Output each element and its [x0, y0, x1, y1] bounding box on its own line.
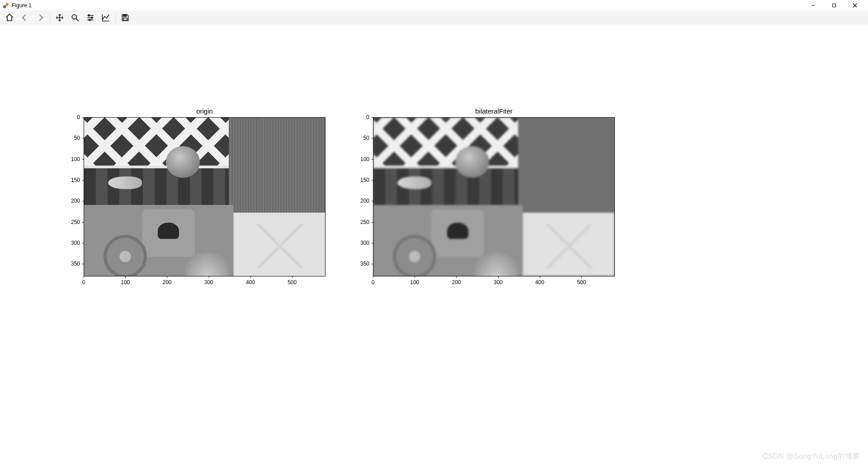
svg-rect-14: [123, 14, 127, 16]
x-tick-label: 0: [82, 276, 85, 285]
y-tick-label: 250: [360, 219, 373, 225]
home-icon[interactable]: [4, 12, 15, 24]
figure-canvas[interactable]: origin 050100150200250300350010020030040…: [0, 24, 868, 466]
x-tick-label: 200: [162, 276, 171, 285]
window-minimize-button[interactable]: [803, 0, 824, 11]
edit-axes-icon[interactable]: [100, 12, 112, 24]
y-tick-label: 100: [360, 156, 373, 162]
x-tick-label: 500: [577, 276, 586, 285]
x-tick-label: 400: [535, 276, 544, 285]
toolbar-separator: [50, 13, 50, 22]
y-tick-label: 300: [360, 240, 373, 246]
watermark-text: CSDN @SongYuLong的博客: [763, 452, 860, 461]
subplot-title: origin: [84, 107, 326, 115]
y-tick-label: 250: [71, 219, 84, 225]
y-tick-label: 300: [71, 240, 84, 246]
y-tick-label: 350: [71, 261, 84, 267]
subplot-origin: origin 050100150200250300350010020030040…: [84, 117, 326, 276]
x-tick-label: 300: [494, 276, 503, 285]
y-tick-label: 0: [366, 114, 373, 120]
svg-line-7: [76, 19, 79, 21]
zoom-icon[interactable]: [69, 12, 81, 24]
subplot-title: bilateralFiter: [373, 107, 615, 115]
y-tick-label: 50: [363, 135, 373, 141]
y-tick-label: 200: [71, 198, 84, 204]
svg-point-11: [88, 14, 90, 16]
svg-point-12: [91, 17, 93, 18]
y-tick-label: 350: [360, 261, 373, 267]
subplot-bilateral: bilateralFiter 0501001502002503003500100…: [373, 117, 615, 276]
y-tick-label: 100: [71, 156, 84, 162]
svg-rect-15: [123, 18, 127, 20]
forward-icon[interactable]: [34, 12, 46, 24]
app-icon: [3, 2, 9, 9]
y-tick-label: 0: [77, 114, 84, 120]
svg-point-6: [72, 14, 76, 19]
y-tick-label: 50: [74, 135, 84, 141]
back-icon[interactable]: [19, 12, 31, 24]
save-icon[interactable]: [119, 12, 131, 24]
x-tick-label: 200: [452, 276, 461, 285]
window-close-button[interactable]: [844, 0, 865, 11]
window-title: Figure 1: [12, 2, 32, 9]
y-tick-label: 200: [360, 198, 373, 204]
svg-point-13: [89, 19, 90, 20]
svg-point-1: [5, 2, 9, 5]
x-tick-label: 500: [288, 276, 297, 285]
window-maximize-button[interactable]: [824, 0, 844, 11]
image-origin: [84, 118, 325, 276]
y-tick-label: 150: [360, 177, 373, 183]
image-bilateral: [373, 118, 614, 276]
x-tick-label: 0: [372, 276, 375, 285]
svg-rect-3: [833, 4, 836, 7]
mpl-toolbar: [0, 11, 868, 24]
x-tick-label: 100: [410, 276, 419, 285]
toolbar-separator: [115, 13, 116, 22]
pan-icon[interactable]: [54, 12, 66, 24]
x-tick-label: 100: [121, 276, 130, 285]
configure-subplots-icon[interactable]: [85, 12, 96, 24]
x-tick-label: 300: [204, 276, 213, 285]
window-titlebar: Figure 1: [0, 0, 868, 11]
svg-point-0: [3, 5, 6, 8]
axes-frame[interactable]: [84, 117, 326, 276]
axes-frame[interactable]: [373, 117, 615, 276]
y-tick-label: 150: [71, 177, 84, 183]
x-tick-label: 400: [246, 276, 255, 285]
